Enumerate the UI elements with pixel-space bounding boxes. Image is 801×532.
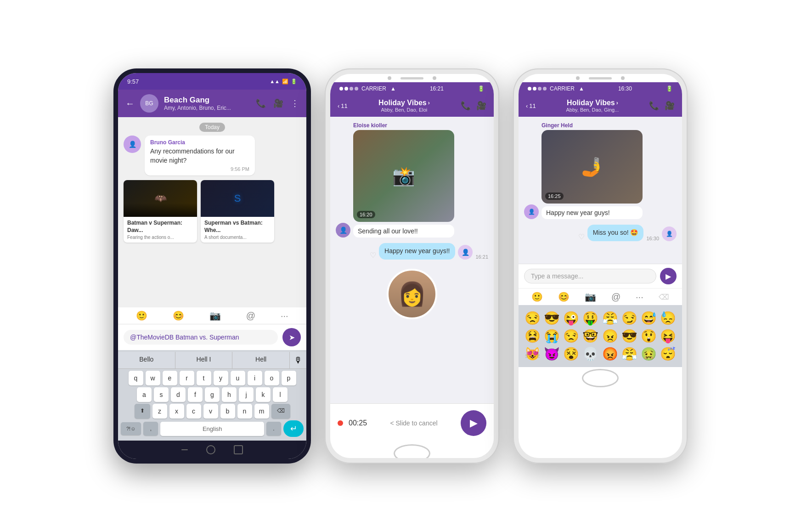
- emoji-6[interactable]: 😏: [621, 311, 637, 326]
- more-icon[interactable]: ⋮: [291, 98, 299, 108]
- key-i[interactable]: i: [248, 371, 262, 385]
- key-numbers[interactable]: ?!☺: [121, 422, 141, 435]
- key-c[interactable]: c: [186, 404, 201, 419]
- key-m[interactable]: m: [254, 404, 269, 419]
- back-nav-icon[interactable]: [181, 449, 188, 450]
- home-button-1[interactable]: [394, 444, 430, 458]
- emoji-4[interactable]: 🤑: [582, 311, 599, 326]
- like-icon[interactable]: ♡: [370, 251, 376, 260]
- record-button[interactable]: ▶: [461, 410, 486, 436]
- key-y[interactable]: y: [214, 371, 228, 385]
- emoji-19[interactable]: 😵: [563, 346, 580, 362]
- emoji-8[interactable]: 😓: [660, 311, 677, 326]
- emoji-20[interactable]: 💀: [582, 346, 599, 362]
- recents-nav-icon[interactable]: [234, 445, 243, 454]
- emoji-16[interactable]: 😝: [660, 328, 677, 344]
- key-j[interactable]: j: [239, 387, 254, 402]
- emoji-17[interactable]: 😻: [524, 346, 541, 362]
- ios-call-icon-2[interactable]: 📞: [649, 101, 659, 111]
- mic-button[interactable]: 🎙: [290, 352, 306, 368]
- sticker-input-icon[interactable]: 😊: [173, 310, 184, 321]
- media-card-1[interactable]: 🦇 Batman v Superman: Daw... Fearing the …: [124, 180, 197, 243]
- emoji-23[interactable]: 🤢: [641, 346, 657, 362]
- ios-call-icon-1[interactable]: 📞: [461, 101, 471, 111]
- ios-send-button[interactable]: ▶: [660, 268, 677, 284]
- key-comma[interactable]: ,: [143, 422, 158, 436]
- ios-message-input[interactable]: Type a message...: [524, 269, 656, 283]
- home-button-2[interactable]: [582, 369, 619, 387]
- key-v[interactable]: v: [203, 404, 218, 419]
- send-button[interactable]: ➤: [282, 328, 301, 346]
- key-h[interactable]: h: [222, 387, 237, 402]
- mention-input-icon[interactable]: @: [246, 311, 255, 321]
- ios-camera-icon[interactable]: 📷: [585, 291, 596, 302]
- suggestion-2[interactable]: Hell I: [175, 352, 233, 368]
- key-space[interactable]: English: [160, 422, 264, 436]
- home-indicator-1: [330, 442, 494, 458]
- ios-mention-icon[interactable]: @: [611, 292, 620, 302]
- emoji-9[interactable]: 😫: [524, 328, 541, 344]
- ios-more-icon[interactable]: ···: [636, 292, 643, 302]
- more-input-icon[interactable]: ···: [281, 311, 288, 321]
- key-o[interactable]: o: [265, 371, 279, 385]
- emoji-21[interactable]: 😡: [602, 346, 618, 362]
- suggestion-3[interactable]: Hell: [232, 352, 290, 368]
- ios-sticker-icon[interactable]: 😊: [558, 291, 570, 302]
- key-f[interactable]: f: [188, 387, 203, 402]
- video-icon[interactable]: 🎥: [273, 98, 283, 108]
- emoji-7[interactable]: 😅: [641, 311, 657, 326]
- key-enter[interactable]: ↵: [283, 420, 304, 437]
- ios-backspace-icon[interactable]: ⌫: [659, 293, 669, 301]
- key-a[interactable]: a: [137, 387, 152, 402]
- key-r[interactable]: r: [180, 371, 194, 385]
- key-k[interactable]: k: [256, 387, 271, 402]
- suggestion-1[interactable]: Bello: [118, 352, 175, 368]
- key-q[interactable]: q: [129, 371, 143, 385]
- ios-back-button-2[interactable]: ‹ 11: [526, 102, 536, 109]
- key-w[interactable]: w: [146, 371, 160, 385]
- emoji-11[interactable]: 😒: [563, 328, 580, 344]
- emoji-2[interactable]: 😎: [543, 311, 560, 326]
- emoji-13[interactable]: 😠: [602, 328, 618, 344]
- key-period[interactable]: .: [266, 422, 281, 436]
- home-nav-icon[interactable]: [206, 445, 215, 454]
- key-shift[interactable]: ⬆: [135, 404, 150, 419]
- carrier-name: CARRIER: [361, 85, 386, 92]
- message-input[interactable]: @TheMovieDB Batman vs. Superman: [124, 330, 278, 345]
- camera-input-icon[interactable]: 📷: [209, 310, 221, 321]
- key-g[interactable]: g: [205, 387, 220, 402]
- ios-back-button-1[interactable]: ‹ 11: [338, 102, 348, 109]
- call-icon[interactable]: 📞: [256, 98, 266, 108]
- emoji-14[interactable]: 😎: [621, 328, 637, 344]
- emoji-5[interactable]: 😤: [602, 311, 618, 326]
- like-icon-2[interactable]: ♡: [578, 232, 585, 241]
- ios-video-icon-1[interactable]: 🎥: [476, 101, 486, 111]
- key-l[interactable]: l: [273, 387, 288, 402]
- sent-time: 16:21: [475, 254, 488, 260]
- emoji-input-icon[interactable]: 🙂: [136, 310, 147, 321]
- ios-emoji-icon[interactable]: 🙂: [531, 291, 543, 302]
- key-z[interactable]: z: [152, 404, 167, 419]
- key-e[interactable]: e: [163, 371, 177, 385]
- emoji-24[interactable]: 😴: [660, 346, 677, 362]
- emoji-3[interactable]: 😜: [563, 311, 580, 326]
- key-b[interactable]: b: [220, 404, 235, 419]
- emoji-18[interactable]: 😈: [543, 346, 560, 362]
- key-backspace[interactable]: ⌫: [271, 404, 290, 419]
- emoji-15[interactable]: 😲: [641, 328, 657, 344]
- media-card-2[interactable]: S Superman vs Batman: Whe... A short doc…: [201, 180, 274, 243]
- emoji-10[interactable]: 😭: [543, 328, 560, 344]
- key-t[interactable]: t: [197, 371, 211, 385]
- key-p[interactable]: p: [282, 371, 296, 385]
- key-n[interactable]: n: [237, 404, 252, 419]
- key-x[interactable]: x: [169, 404, 184, 419]
- key-u[interactable]: u: [231, 371, 245, 385]
- key-d[interactable]: d: [171, 387, 186, 402]
- ios-video-icon-2[interactable]: 🎥: [665, 101, 675, 111]
- emoji-22[interactable]: 😤: [621, 346, 637, 362]
- carrier-signal: CARRIER ▲: [339, 85, 396, 92]
- emoji-12[interactable]: 🤓: [582, 328, 599, 344]
- back-button[interactable]: ←: [125, 98, 135, 109]
- emoji-1[interactable]: 😒: [524, 311, 541, 326]
- key-s[interactable]: s: [154, 387, 169, 402]
